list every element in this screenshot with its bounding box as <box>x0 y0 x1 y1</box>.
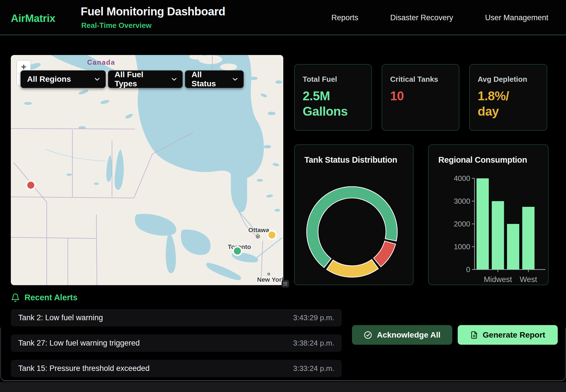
stat-label: Total Fuel <box>303 75 363 84</box>
dashboard-root: AirMatrix Fuel Monitoring Dashboard Real… <box>0 0 566 392</box>
map-label-canada: Canada <box>87 58 115 66</box>
critical-tank-marker[interactable] <box>27 181 35 189</box>
alert-timestamp: 3:43:29 p.m. <box>293 313 334 322</box>
x-axis-tick-label: Midwest <box>484 275 512 284</box>
map-label-ottawa: Ottawa <box>248 226 269 234</box>
bar-region-1 <box>477 178 489 270</box>
map-label-new-york: New York <box>257 276 283 283</box>
nav-reports[interactable]: Reports <box>331 13 359 22</box>
alert-timestamp: 3:33:24 p.m. <box>293 364 334 373</box>
brand-logo: AirMatrix <box>11 13 55 24</box>
bar-region-3 <box>507 224 519 270</box>
alert-timestamp: 3:38:24 p.m. <box>293 339 334 348</box>
stat-card-total-fuel: Total Fuel 2.5M Gallons <box>294 64 372 131</box>
app-header: AirMatrix Fuel Monitoring Dashboard Real… <box>0 0 566 35</box>
normal-tank-marker[interactable] <box>233 247 242 255</box>
map-island <box>220 64 237 70</box>
stat-label: Avg Depletion <box>478 75 539 84</box>
x-axis-tick-label: West <box>520 275 537 284</box>
stat-card-avg-depletion: Avg Depletion 1.8%/ day <box>469 64 547 131</box>
generate-report-button[interactable]: Generate Report <box>458 325 558 345</box>
nav-disaster-recovery[interactable]: Disaster Recovery <box>390 13 453 22</box>
bar-west <box>522 207 535 270</box>
stat-value-avg-depletion: 1.8%/ day <box>478 88 539 119</box>
stat-value-critical-tanks: 10 <box>390 88 451 104</box>
stat-value-total-fuel: 2.5M Gallons <box>303 88 363 119</box>
y-axis-tick-label: 1000 <box>454 242 470 251</box>
region-filter-select[interactable]: All Regions <box>21 70 106 88</box>
chevron-down-icon <box>172 78 177 81</box>
page-subtitle: Real-Time Overview <box>81 21 152 30</box>
tank-status-distribution-card: Tank Status Distribution <box>294 144 414 285</box>
acknowledge-all-button[interactable]: Acknowledge All <box>352 325 452 345</box>
drag-handle-icon[interactable] <box>282 280 289 287</box>
donut-segment-critical <box>374 241 396 267</box>
alert-row: Tank 15: Pressure threshold exceeded 3:3… <box>11 360 342 377</box>
main-nav: Reports Disaster Recovery User Managemen… <box>331 0 548 35</box>
chevron-down-icon <box>95 78 100 81</box>
recent-alerts-title: Recent Alerts <box>25 293 78 302</box>
file-text-icon <box>470 331 478 339</box>
page-title: Fuel Monitoring Dashboard <box>81 5 225 18</box>
y-axis-tick-label: 3000 <box>454 197 470 205</box>
alert-row: Tank 27: Low fuel warning triggered 3:38… <box>11 334 342 352</box>
regional-consumption-bar-chart: 01000200030004000MidwestWest <box>429 145 549 286</box>
status-filter-value: All Status <box>192 70 227 88</box>
y-axis-tick-label: 4000 <box>454 174 470 183</box>
tank-map[interactable]: Canada Ottawa Toronto New York + − All R… <box>11 55 283 285</box>
warning-tank-marker[interactable] <box>268 231 276 239</box>
alert-message: Tank 15: Pressure threshold exceeded <box>18 364 150 373</box>
bar-midwest <box>492 201 504 270</box>
y-axis-tick-label: 2000 <box>454 220 470 228</box>
window-footer <box>0 382 566 392</box>
acknowledge-all-label: Acknowledge All <box>377 330 440 340</box>
tank-status-donut-chart <box>295 145 414 286</box>
chevron-down-icon <box>233 78 238 81</box>
fuel-type-filter-value: All Fuel Types <box>115 70 166 88</box>
y-axis-tick-label: 0 <box>466 265 470 274</box>
donut-segment-warning <box>327 260 378 277</box>
map-canvas: Canada Ottawa Toronto New York <box>11 55 283 285</box>
nav-user-management[interactable]: User Management <box>485 13 548 22</box>
check-circle-icon <box>364 331 372 339</box>
fuel-type-filter-select[interactable]: All Fuel Types <box>108 70 183 88</box>
status-filter-select[interactable]: All Status <box>185 70 244 88</box>
bell-icon <box>11 293 20 302</box>
alert-row: Tank 2: Low fuel warning 3:43:29 p.m. <box>11 309 342 326</box>
generate-report-label: Generate Report <box>483 330 545 340</box>
recent-alerts-header: Recent Alerts <box>11 293 78 302</box>
map-filters: All Regions All Fuel Types All Status <box>21 70 244 88</box>
region-filter-value: All Regions <box>27 75 71 84</box>
stat-card-critical-tanks: Critical Tanks 10 <box>382 64 459 131</box>
regional-consumption-card: Regional Consumption 01000200030004000Mi… <box>428 144 549 285</box>
alert-message: Tank 2: Low fuel warning <box>18 313 103 322</box>
alert-message: Tank 27: Low fuel warning triggered <box>18 339 140 348</box>
stat-label: Critical Tanks <box>390 75 451 84</box>
